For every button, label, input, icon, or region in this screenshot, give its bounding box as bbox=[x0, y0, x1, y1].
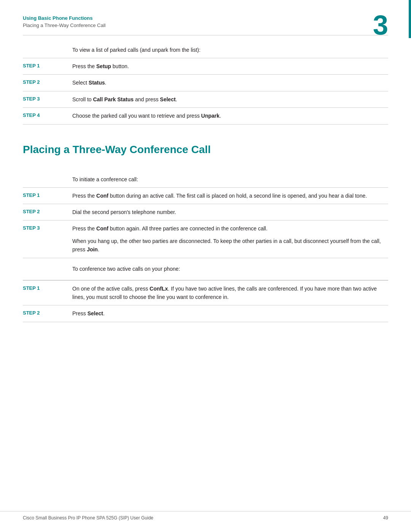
conf2-step-content-2: Press Select. bbox=[72, 309, 388, 318]
parked-intro: To view a list of parked calls (and unpa… bbox=[23, 35, 388, 58]
table-row: STEP 4 Choose the parked call you want t… bbox=[23, 107, 388, 124]
table-row: STEP 1 On one of the active calls, press… bbox=[23, 280, 388, 305]
footer-left: Cisco Small Business Pro IP Phone SPA 52… bbox=[23, 515, 153, 521]
table-row: STEP 3 Scroll to Call Park Status and pr… bbox=[23, 91, 388, 107]
conf-note: When you hang up, the other two parties … bbox=[72, 233, 388, 254]
step-label-4: STEP 4 bbox=[23, 112, 72, 118]
conference-intro: To initiate a conference call: bbox=[23, 165, 388, 187]
conf-step-label-2: STEP 2 bbox=[23, 208, 72, 214]
step-content-3: Scroll to Call Park Status and press Sel… bbox=[72, 95, 388, 104]
page-header: Using Basic Phone Functions Placing a Th… bbox=[0, 0, 411, 35]
footer-right: 49 bbox=[383, 515, 388, 521]
conference-steps: STEP 1 Press the Conf button during an a… bbox=[23, 187, 388, 258]
step-content-4: Choose the parked call you want to retri… bbox=[72, 112, 388, 120]
conference2-steps: STEP 1 On one of the active calls, press… bbox=[23, 280, 388, 322]
conf-step-label-1: STEP 1 bbox=[23, 192, 72, 198]
table-row: STEP 2 Select Status. bbox=[23, 74, 388, 91]
section-heading: Placing a Three-Way Conference Call bbox=[23, 144, 388, 156]
conf-step-label-3: STEP 3 bbox=[23, 224, 72, 231]
conference2-intro: To conference two active calls on your p… bbox=[23, 258, 388, 280]
conf2-step-label-2: STEP 2 bbox=[23, 309, 72, 316]
table-row: STEP 1 Press the Setup button. bbox=[23, 58, 388, 74]
chapter-number: 3 bbox=[373, 11, 388, 39]
main-content: To view a list of parked calls (and unpa… bbox=[0, 35, 411, 322]
conf-step-content-2: Dial the second person's telephone numbe… bbox=[72, 208, 388, 216]
page-footer: Cisco Small Business Pro IP Phone SPA 52… bbox=[0, 511, 411, 521]
step-content-1: Press the Setup button. bbox=[72, 62, 388, 70]
table-row: STEP 1 Press the Conf button during an a… bbox=[23, 187, 388, 204]
table-row: STEP 2 Dial the second person's telephon… bbox=[23, 204, 388, 220]
conf-step-content-1: Press the Conf button during an active c… bbox=[72, 192, 388, 200]
conf2-step-label-1: STEP 1 bbox=[23, 284, 72, 291]
step-content-2: Select Status. bbox=[72, 78, 388, 87]
page-container: Using Basic Phone Functions Placing a Th… bbox=[0, 0, 411, 532]
header-title: Using Basic Phone Functions bbox=[23, 15, 388, 21]
step-label-3: STEP 3 bbox=[23, 95, 72, 102]
parked-steps: STEP 1 Press the Setup button. STEP 2 Se… bbox=[23, 58, 388, 125]
header-divider bbox=[23, 35, 388, 35]
step-label-2: STEP 2 bbox=[23, 78, 72, 85]
table-row: STEP 3 Press the Conf button again. All … bbox=[23, 220, 388, 258]
table-row: STEP 2 Press Select. bbox=[23, 305, 388, 322]
conf-step-content-3: Press the Conf button again. All three p… bbox=[72, 224, 388, 254]
conf2-step-content-1: On one of the active calls, press ConfLx… bbox=[72, 284, 388, 302]
header-subtitle: Placing a Three-Way Conference Call bbox=[23, 22, 388, 28]
step-label-1: STEP 1 bbox=[23, 62, 72, 69]
